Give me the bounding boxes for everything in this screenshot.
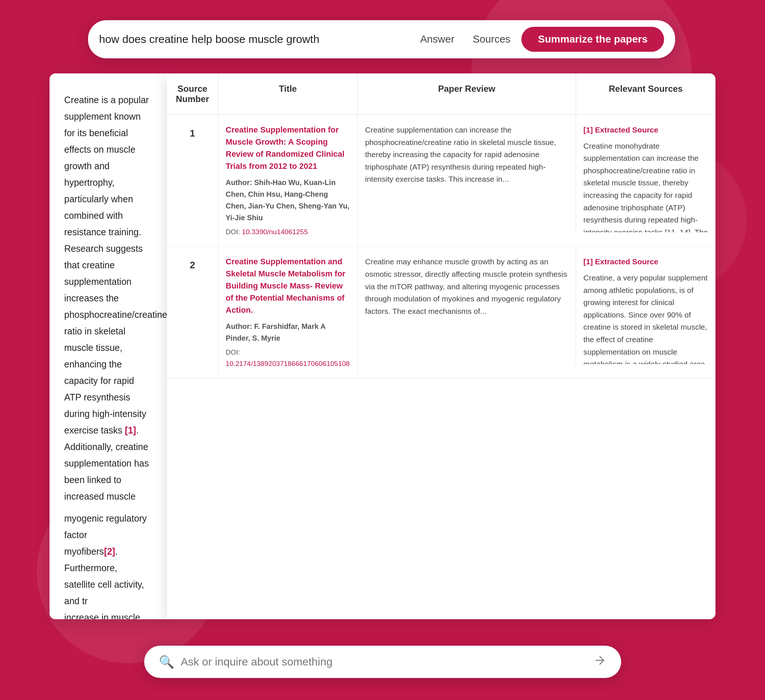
row-1-paper-title: Creatine Supplementation for Muscle Grow…	[226, 124, 350, 172]
search-card: how does creatine help boose muscle grow…	[88, 20, 675, 58]
summarize-button[interactable]: Summarize the papers	[521, 27, 664, 52]
tab-sources[interactable]: Sources	[473, 32, 511, 47]
th-source-number: Source Number	[167, 73, 218, 115]
th-title: Title	[218, 73, 358, 115]
search-icon: 🔍	[159, 654, 174, 669]
table-row: 1 Creatine Supplementation for Muscle Gr…	[167, 115, 715, 247]
row-1-extracted-label: [1] Extracted Source	[583, 124, 708, 136]
content-area: Creatine is a popular supplement known f…	[50, 73, 715, 619]
row-1-sources: [1] Extracted Source Creatine monohydrat…	[576, 115, 715, 232]
table-header: Source Number Title Paper Review Relevan…	[167, 73, 715, 115]
th-paper-review: Paper Review	[358, 73, 576, 115]
row-2-review-text: Creatine may enhance muscle growth by ac…	[365, 255, 568, 317]
row-number-2: 2	[167, 247, 218, 378]
row-1-author: Author: Shih-Hao Wu, Kuan-Lin Chen, Chin…	[226, 177, 350, 224]
row-1-review: Creatine supplementation can increase th…	[358, 115, 576, 232]
row-2-extracted-label: [1] Extracted Source	[583, 255, 708, 268]
intro-text: Creatine is a popular supplement known f…	[64, 92, 152, 505]
row-1-review-text: Creatine supplementation can increase th…	[365, 124, 568, 185]
author-label-1: Author:	[226, 178, 252, 186]
row-1-source-text: Creatine monohydrate supplementation can…	[583, 140, 708, 232]
send-button[interactable]	[593, 654, 606, 670]
tab-answer[interactable]: Answer	[420, 32, 454, 47]
row-number-1: 1	[167, 115, 218, 246]
citation-1: [1]	[125, 425, 136, 435]
table-card: Source Number Title Paper Review Relevan…	[167, 73, 715, 619]
nav-tabs: Answer Sources	[420, 32, 510, 47]
row-2-author: Author: F. Farshidfar, Mark A Pinder, S.…	[226, 320, 350, 344]
text-panel: Creatine is a popular supplement known f…	[50, 73, 167, 619]
doi-label-2: DOI:	[226, 348, 240, 356]
author-label-2: Author:	[226, 322, 252, 330]
row-2-source-text: Creatine, a very popular supplement amon…	[583, 272, 708, 364]
bottom-search-input[interactable]	[181, 656, 593, 668]
bottom-search-bar: 🔍	[144, 646, 621, 678]
search-query: how does creatine help boose muscle grow…	[99, 33, 420, 46]
row-2-paper-title: Creatine Supplementation and Skeletal Mu…	[226, 255, 350, 316]
body-text: myogenic regulatory factor myofibers[2].…	[64, 510, 152, 619]
row-1-doi-value: 10.3390/nu14061255	[242, 228, 308, 236]
row-1-title-cell: Creatine Supplementation for Muscle Grow…	[218, 115, 358, 246]
row-2-doi-value: 10.2174/1389203718666170606105108	[226, 360, 349, 367]
table-body: 1 Creatine Supplementation for Muscle Gr…	[167, 115, 715, 619]
table-row: 2 Creatine Supplementation and Skeletal …	[167, 247, 715, 378]
doi-label-1: DOI:	[226, 228, 240, 236]
row-2-title-cell: Creatine Supplementation and Skeletal Mu…	[218, 247, 358, 378]
row-2-sources: [1] Extracted Source Creatine, a very po…	[576, 247, 715, 364]
th-relevant-sources: Relevant Sources	[576, 73, 715, 115]
row-2-review: Creatine may enhance muscle growth by ac…	[358, 247, 576, 364]
row-1-doi: DOI: 10.3390/nu14061255	[226, 227, 350, 238]
row-2-doi: DOI: 10.2174/1389203718666170606105108	[226, 347, 350, 369]
